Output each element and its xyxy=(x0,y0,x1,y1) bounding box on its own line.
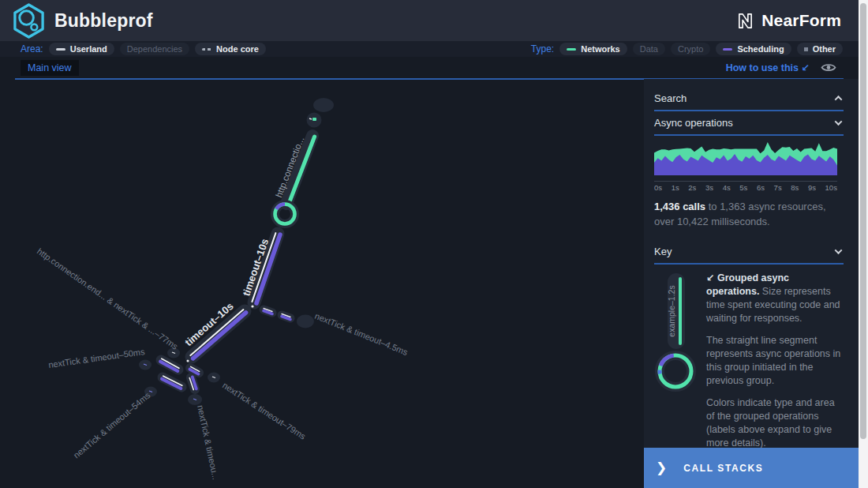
link-label: nextTick & timeout–50ms xyxy=(48,347,146,370)
key-body: example–1.2s ↙ Grouped async operations.… xyxy=(654,272,844,448)
filter-label: Other xyxy=(813,44,836,54)
eye-icon[interactable] xyxy=(821,62,836,73)
solid-line-icon xyxy=(723,48,732,51)
brand-name: NearForm xyxy=(761,11,841,30)
axis-tick: 10s xyxy=(825,183,837,192)
axis-tick: 4s xyxy=(723,183,731,192)
filter-area-userland[interactable]: Userland xyxy=(49,43,114,55)
dashed-line-icon xyxy=(202,48,211,51)
filter-type-networks[interactable]: Networks xyxy=(559,43,627,55)
chevron-down-icon xyxy=(835,118,843,126)
link-label: nextTick & timeou... xyxy=(196,404,221,481)
bubble-diagram: http.connectio... timeout–10s nextTick &… xyxy=(0,79,644,488)
filter-type-scheduling[interactable]: Scheduling xyxy=(716,43,791,55)
area-filter-group: Area: Userland Dependencies Node core xyxy=(21,43,266,55)
link-label: nextTick & timeout–4.5ms xyxy=(313,311,410,358)
filter-area-node-core[interactable]: Node core xyxy=(195,43,266,55)
call-stacks-bar[interactable]: ❯ CALL STACKS xyxy=(644,448,859,488)
bubbleprof-app: Bubbleprof NearForm Area: Userland Depen… xyxy=(0,0,868,488)
scrollbar[interactable] xyxy=(859,0,868,488)
key-example-graphic: example–1.2s xyxy=(654,272,698,392)
async-operations-chart: 0s 1s 2s 3s 4s 5s 6s 7s 8s 9s 10s xyxy=(654,142,837,192)
filter-bar: Area: Userland Dependencies Node core Ty… xyxy=(0,41,859,57)
bubble-node[interactable] xyxy=(307,113,322,128)
solid-line-icon xyxy=(56,48,65,51)
filter-label: Data xyxy=(640,44,658,54)
bubble-node[interactable] xyxy=(297,315,314,328)
filter-label: Dependencies xyxy=(127,44,182,54)
filter-label: Node core xyxy=(216,44,259,54)
key-paragraph-3: Colors indicate type and area of the gro… xyxy=(706,396,844,448)
axis-tick: 5s xyxy=(739,183,747,192)
filter-type-data[interactable]: Data xyxy=(633,43,665,55)
area-filter-label: Area: xyxy=(21,43,43,54)
async-operations-title: Async operations xyxy=(654,117,733,129)
filter-label: Userland xyxy=(70,44,107,54)
filter-label: Crypto xyxy=(678,44,703,54)
key-text: ↙ Grouped async operations. Size represe… xyxy=(706,272,844,448)
solid-line-icon xyxy=(567,48,576,51)
junction-dot xyxy=(251,305,253,307)
key-paragraph-1: ↙ Grouped async operations. Size represe… xyxy=(706,272,844,325)
axis-tick: 1s xyxy=(672,183,679,192)
bubble-node[interactable] xyxy=(313,98,334,112)
axis-tick: 9s xyxy=(808,183,816,192)
type-filter-group: Type: Networks Data Crypto Scheduling Ot… xyxy=(531,43,843,55)
sidebar: Search Async operations 0s 1s 2s 3s 4s 5… xyxy=(644,79,859,448)
bubble-ring[interactable] xyxy=(271,201,298,227)
search-section-header[interactable]: Search xyxy=(654,87,844,111)
type-filter-label: Type: xyxy=(531,43,554,54)
external-arrow-icon: ↙ xyxy=(802,62,810,73)
axis-tick: 7s xyxy=(774,183,782,192)
chevron-down-icon xyxy=(835,246,843,254)
link-label: nextTick & timeout–54ms xyxy=(72,390,152,460)
async-operations-section-header[interactable]: Async operations xyxy=(654,111,844,136)
key-section-title: Key xyxy=(654,246,672,257)
tab-label: Main view xyxy=(28,62,72,73)
chevron-up-icon xyxy=(835,96,843,103)
square-icon xyxy=(804,47,808,51)
axis-tick: 6s xyxy=(757,183,765,192)
chart-x-axis: 0s 1s 2s 3s 4s 5s 6s 7s 8s 9s 10s xyxy=(654,181,837,192)
axis-tick: 0s xyxy=(654,183,662,192)
key-section-header[interactable]: Key xyxy=(654,240,844,265)
app-header: Bubbleprof NearForm xyxy=(0,0,859,41)
link-dashes[interactable] xyxy=(264,309,290,320)
async-chart xyxy=(654,142,837,175)
axis-tick: 3s xyxy=(705,183,713,192)
stats-calls: 1,436 calls xyxy=(654,201,705,212)
junction-dot xyxy=(187,360,189,362)
nearform-brand: NearForm xyxy=(736,11,841,30)
nearform-logo-icon xyxy=(736,12,754,30)
link-label: nextTick & timeout–79ms xyxy=(221,381,308,441)
call-stacks-label: CALL STACKS xyxy=(683,463,763,474)
arrow-down-left-icon: ↙ xyxy=(706,272,714,283)
page-title: Bubbleprof xyxy=(54,10,153,32)
how-to-use-link[interactable]: How to use this ↙ xyxy=(726,62,810,73)
filter-type-other[interactable]: Other xyxy=(797,43,843,55)
filter-type-crypto[interactable]: Crypto xyxy=(671,43,710,55)
axis-tick: 2s xyxy=(688,183,696,192)
axis-tick: 8s xyxy=(791,183,799,192)
scrollbar-thumb[interactable] xyxy=(860,3,866,439)
tab-main-view[interactable]: Main view xyxy=(21,60,79,76)
search-section-title: Search xyxy=(654,92,687,104)
key-example-label: example–1.2s xyxy=(667,285,676,336)
tab-row: Main view How to use this ↙ xyxy=(0,57,859,78)
filter-label: Networks xyxy=(581,44,620,54)
async-stats: 1,436 calls to 1,363 async resources, ov… xyxy=(654,200,844,230)
link-label: http.connection.end... & nextTick & ...–… xyxy=(36,246,180,351)
filter-area-dependencies[interactable]: Dependencies xyxy=(120,43,189,55)
filter-label: Scheduling xyxy=(737,44,784,54)
chevron-right-icon: ❯ xyxy=(656,461,667,475)
key-paragraph-2: The straight line segment represents asy… xyxy=(706,334,844,388)
bubbleprof-logo-icon xyxy=(11,3,47,39)
